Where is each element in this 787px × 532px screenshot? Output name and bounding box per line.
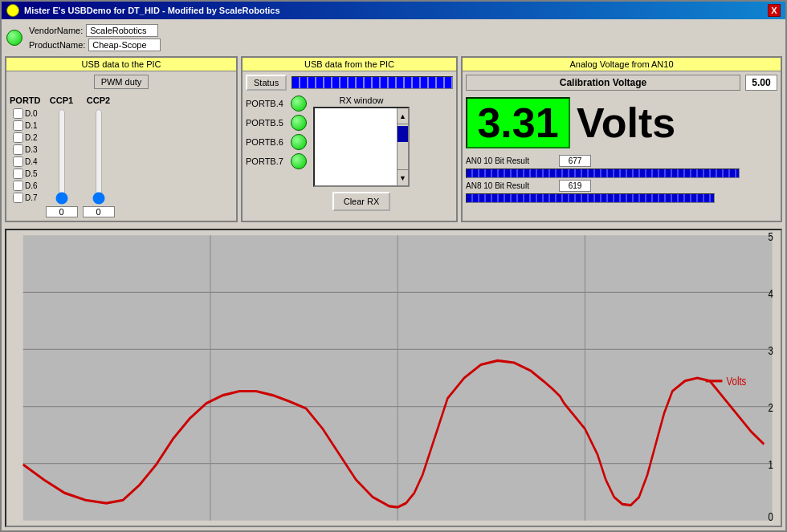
portd-pin-7: D.7	[13, 193, 38, 203]
title-bar-left: Mister E's USBDemo for DT_HID - Modified…	[6, 4, 280, 17]
portd-pin-6-label: D.6	[25, 181, 38, 190]
portd-pin-3-label: D.3	[25, 145, 38, 154]
connection-status-light	[6, 30, 22, 46]
calibration-label: Calibration Voltage	[466, 75, 740, 91]
rx-window-label: RX window	[313, 95, 410, 105]
svg-text:3: 3	[768, 344, 773, 357]
rx-column: RX window ▲ ▼ Clear RX	[313, 95, 410, 211]
portb4-label: PORTB.4	[246, 99, 286, 108]
portb-rx-container: PORTB.4 PORTB.5 PORTB.6	[246, 95, 453, 211]
portd-pin-3-checkbox[interactable]	[13, 144, 23, 155]
pwm-label: PWM duty	[94, 75, 149, 89]
rx-scrollbar[interactable]: ▲ ▼	[397, 108, 408, 185]
main-panels: USB data to the PIC PWM duty PORTD D.	[5, 56, 782, 222]
an0-bar	[466, 169, 740, 178]
portd-pin-2-label: D.2	[25, 133, 38, 142]
usb-to-pic-panel: USB data to the PIC PWM duty PORTD D.	[5, 56, 238, 222]
ccp2-slider-container: 0	[83, 108, 115, 217]
usb-from-pic-panel: USB data from the PIC Status PORTB.4	[241, 56, 458, 222]
usb-to-pic-header: USB data to the PIC	[6, 58, 236, 71]
voltage-unit: Volts	[577, 99, 675, 147]
pwm-section: PWM duty	[10, 75, 233, 92]
usb-from-pic-header: USB data from the PIC	[243, 58, 456, 71]
vendor-name-value: ScaleRobotics	[86, 24, 158, 37]
portd-pin-4-label: D.4	[25, 157, 38, 166]
portd-checkboxes: D.0 D.1 D.2	[13, 108, 38, 203]
ccp2-slider[interactable]	[91, 108, 107, 205]
main-window: Mister E's USBDemo for DT_HID - Modified…	[0, 0, 787, 532]
svg-text:Volts: Volts	[727, 375, 747, 388]
portd-pin-7-label: D.7	[25, 193, 38, 202]
calibration-value: 5.00	[745, 75, 777, 91]
portd-pin-6: D.6	[13, 181, 38, 191]
app-icon	[6, 4, 19, 17]
ccp2-section: CCP2 0	[83, 95, 115, 217]
clear-rx-button[interactable]: Clear RX	[332, 192, 391, 211]
analog-voltage-panel: Analog Voltage from AN10 Calibration Vol…	[461, 56, 782, 222]
portd-pin-5: D.5	[13, 169, 38, 179]
portd-pin-0: D.0	[13, 108, 38, 119]
portd-pin-5-label: D.5	[25, 169, 38, 178]
content-area: VendorName: ScaleRobotics ProductName: C…	[2, 19, 785, 530]
voltage-display: 3.31 Volts	[466, 97, 777, 148]
ccp1-slider-container: 0	[46, 108, 78, 217]
portd-pin-2-checkbox[interactable]	[13, 132, 23, 143]
ccp1-slider[interactable]	[54, 108, 70, 205]
an8-bar	[466, 193, 715, 203]
rx-window: ▲ ▼	[313, 107, 410, 187]
portd-pin-1-label: D.1	[25, 121, 38, 130]
vendor-info: VendorName: ScaleRobotics ProductName: C…	[29, 24, 161, 51]
vendor-name-label: VendorName:	[29, 26, 83, 35]
portd-pin-0-checkbox[interactable]	[13, 108, 23, 119]
status-button[interactable]: Status	[246, 75, 287, 91]
ccp2-label: CCP2	[87, 95, 110, 105]
portd-pin-4-checkbox[interactable]	[13, 156, 23, 167]
portb-column: PORTB.4 PORTB.5 PORTB.6	[246, 95, 307, 211]
portb6-led	[291, 134, 307, 150]
portb7-row: PORTB.7	[246, 153, 307, 169]
portb7-label: PORTB.7	[246, 156, 286, 166]
an8-row: AN8 10 Bit Result 619	[466, 180, 777, 192]
close-button[interactable]: X	[768, 4, 781, 17]
portd-pin-1-checkbox[interactable]	[13, 120, 23, 131]
ccp1-value: 0	[46, 206, 78, 217]
title-bar: Mister E's USBDemo for DT_HID - Modified…	[2, 2, 785, 19]
voltage-chart: 5 4 3 2 1 0 Volts	[6, 230, 781, 526]
status-progress-bar	[292, 76, 453, 89]
product-name-label: ProductName:	[29, 40, 85, 50]
window-title: Mister E's USBDemo for DT_HID - Modified…	[24, 6, 280, 15]
ccp1-label: CCP1	[50, 95, 73, 105]
portd-pin-7-checkbox[interactable]	[13, 193, 23, 203]
voltage-number: 3.31	[466, 97, 570, 148]
status-row: Status	[246, 75, 453, 91]
svg-text:2: 2	[768, 401, 773, 414]
portb6-row: PORTB.6	[246, 134, 307, 150]
portb7-led	[291, 153, 307, 169]
an8-value: 619	[559, 180, 591, 192]
portd-pin-0-label: D.0	[25, 109, 38, 118]
portd-pin-5-checkbox[interactable]	[13, 169, 23, 179]
portb5-row: PORTB.5	[246, 115, 307, 131]
port-sliders: PORTD D.0 D.1	[10, 95, 233, 217]
portd-pin-3: D.3	[13, 144, 38, 155]
usb-to-pic-content: PWM duty PORTD D.0	[6, 71, 236, 221]
portb5-led	[291, 115, 307, 131]
an0-value: 677	[559, 155, 591, 167]
svg-text:4: 4	[768, 287, 773, 300]
an0-row: AN0 10 Bit Result 677	[466, 155, 777, 167]
product-name-row: ProductName: Cheap-Scope	[29, 39, 161, 51]
chart-area: 5 4 3 2 1 0 Volts	[5, 229, 782, 527]
portd-pin-6-checkbox[interactable]	[13, 181, 23, 191]
svg-text:5: 5	[768, 230, 773, 243]
vendor-name-row: VendorName: ScaleRobotics	[29, 24, 161, 37]
portd-label: PORTD	[10, 95, 41, 105]
portd-section: PORTD D.0 D.1	[10, 95, 41, 203]
analog-voltage-content: Calibration Voltage 5.00 3.31 Volts AN0 …	[463, 71, 781, 208]
calibration-row: Calibration Voltage 5.00	[466, 75, 777, 91]
product-name-value: Cheap-Scope	[88, 39, 161, 51]
top-bar: VendorName: ScaleRobotics ProductName: C…	[5, 22, 782, 53]
analog-voltage-header: Analog Voltage from AN10	[463, 58, 781, 71]
portb6-label: PORTB.6	[246, 137, 286, 147]
portb4-led	[291, 95, 307, 112]
svg-text:1: 1	[768, 458, 773, 471]
